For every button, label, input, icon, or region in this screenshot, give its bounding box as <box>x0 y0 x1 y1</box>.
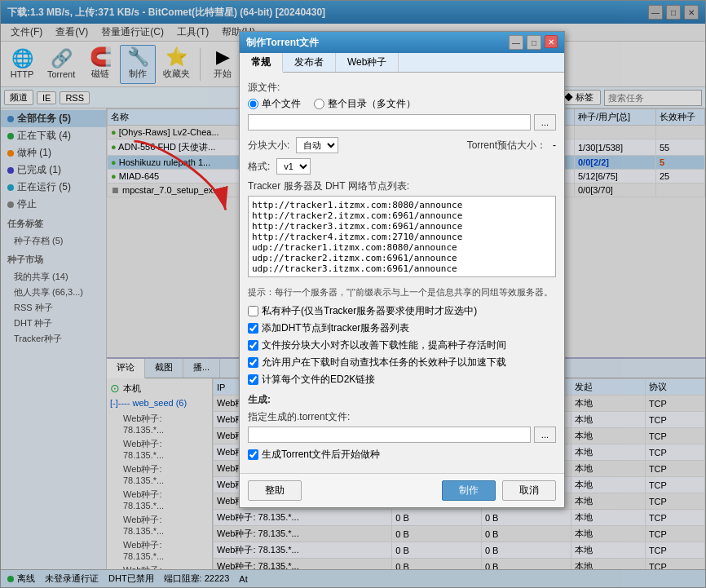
help-button[interactable]: 整助 <box>248 480 302 501</box>
checkbox-group: 私有种子(仅当Tracker服务器要求使用时才应选中) 添加DHT节点到trac… <box>248 304 556 387</box>
checkbox-private[interactable]: 私有种子(仅当Tracker服务器要求使用时才应选中) <box>248 304 556 318</box>
tracker-label: Tracker 服务器及 DHT 网络节点列表: <box>248 179 556 193</box>
blocksize-select[interactable]: 自动 <box>296 137 338 153</box>
modal-overlay: 制作Torrent文件 — □ ✕ 常规 发布者 Web种子 源文件: 单个文件 <box>0 0 706 588</box>
cb-private-input[interactable] <box>248 306 258 316</box>
torrent-size-label: Torrent预估大小： <box>467 139 546 153</box>
tracker-hint: 提示：每行一个服务器，"|"前缀表示与上一个是信息共享的同组等效服务器。 <box>248 286 556 298</box>
cb-seed-label: 生成Torrent文件后开始做种 <box>262 448 380 462</box>
checkbox-longterm[interactable]: 允许用户在下载时自动查找本任务的长效种子以加速下载 <box>248 356 556 369</box>
modal-title-bar: 制作Torrent文件 — □ ✕ <box>240 32 564 53</box>
cb-longterm-label: 允许用户在下载时自动查找本任务的长效种子以加速下载 <box>262 356 506 369</box>
radio-dir-input[interactable] <box>314 99 324 109</box>
modal-title: 制作Torrent文件 <box>246 36 319 50</box>
modal-minimize[interactable]: — <box>509 35 523 50</box>
radio-single-input[interactable] <box>248 99 258 109</box>
output-path-input[interactable] <box>248 427 531 443</box>
radio-whole-dir[interactable]: 整个目录（多文件） <box>314 97 416 111</box>
format-label: 格式: <box>248 160 270 174</box>
cb-align-label: 文件按分块大小对齐以改善下载性能，提高种子存活时间 <box>262 338 506 352</box>
checkbox-ed2k[interactable]: 计算每个文件的ED2K链接 <box>248 373 556 387</box>
single-file-label: 单个文件 <box>262 97 301 111</box>
modal-tab-bar: 常规 发布者 Web种子 <box>240 53 564 73</box>
cb-ed2k-input[interactable] <box>248 374 258 385</box>
cb-seed-input[interactable] <box>248 449 258 460</box>
source-path-row: ... <box>248 114 556 130</box>
tracker-group: Tracker 服务器及 DHT 网络节点列表: <box>248 179 556 280</box>
modal-close-button[interactable]: ✕ <box>545 35 558 48</box>
modal-footer: 整助 制作 取消 <box>240 473 564 507</box>
cb-align-input[interactable] <box>248 340 258 351</box>
source-group: 源文件: 单个文件 整个目录（多文件） ... <box>248 81 556 130</box>
output-section-label: 生成: <box>248 393 556 407</box>
output-hint: 指定生成的.torrent文件: <box>248 410 556 424</box>
blocksize-row: 分块大小: 自动 Torrent预估大小： - <box>248 137 556 153</box>
modal-controls: — □ ✕ <box>509 35 558 50</box>
cb-longterm-input[interactable] <box>248 357 258 368</box>
modal-tab-general[interactable]: 常规 <box>240 53 283 73</box>
source-browse-button[interactable]: ... <box>534 114 556 130</box>
checkbox-align[interactable]: 文件按分块大小对齐以改善下载性能，提高种子存活时间 <box>248 338 556 352</box>
cb-dht-input[interactable] <box>248 323 258 334</box>
make-button[interactable]: 制作 <box>442 480 496 501</box>
checkbox-dht[interactable]: 添加DHT节点到tracker服务器列表 <box>248 321 556 335</box>
cb-private-label: 私有种子(仅当Tracker服务器要求使用时才应选中) <box>262 304 477 318</box>
footer-spacer <box>308 480 435 501</box>
checkbox-start-seeding[interactable]: 生成Torrent文件后开始做种 <box>248 448 556 462</box>
make-torrent-modal: 制作Torrent文件 — □ ✕ 常规 发布者 Web种子 源文件: 单个文件 <box>239 31 565 507</box>
source-radio-group: 单个文件 整个目录（多文件） <box>248 97 556 111</box>
output-browse-button[interactable]: ... <box>534 427 556 443</box>
output-path-row: ... <box>248 427 556 443</box>
tracker-list-input[interactable] <box>248 196 556 277</box>
radio-single-file[interactable]: 单个文件 <box>248 97 301 111</box>
format-row: 格式: v1 <box>248 158 556 175</box>
cb-ed2k-label: 计算每个文件的ED2K链接 <box>262 373 375 387</box>
cancel-button[interactable]: 取消 <box>502 480 556 501</box>
cb-dht-label: 添加DHT节点到tracker服务器列表 <box>262 321 409 335</box>
whole-dir-label: 整个目录（多文件） <box>328 97 416 111</box>
modal-tab-publisher[interactable]: 发布者 <box>283 53 336 72</box>
source-path-input[interactable] <box>248 114 531 130</box>
torrent-size-value: - <box>553 139 556 151</box>
modal-tab-webseed[interactable]: Web种子 <box>336 53 399 72</box>
format-select[interactable]: v1 <box>276 158 311 175</box>
modal-maximize[interactable]: □ <box>527 35 541 50</box>
source-label: 源文件: <box>248 81 556 95</box>
blocksize-label: 分块大小: <box>248 139 289 153</box>
modal-body: 源文件: 单个文件 整个目录（多文件） ... <box>240 73 564 472</box>
